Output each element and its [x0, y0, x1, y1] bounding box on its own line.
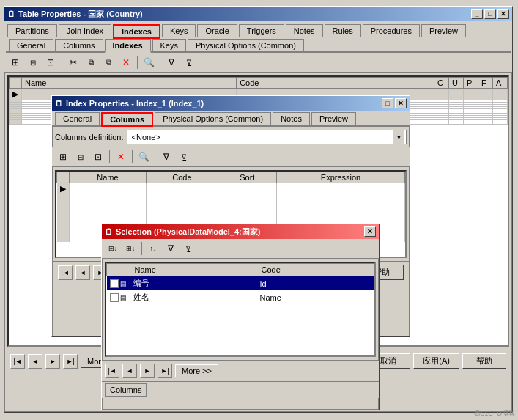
table-row[interactable]	[57, 207, 405, 218]
maximize-button[interactable]: □	[484, 9, 496, 19]
index-tab-notes[interactable]: Notes	[273, 112, 310, 125]
toolbar-btn-1[interactable]: ⊞	[7, 54, 23, 70]
toolbar-copy[interactable]: ⧉	[83, 54, 99, 70]
idx-row-header	[57, 172, 70, 183]
sel-columns-tab[interactable]: Columns	[105, 383, 147, 397]
nav-last[interactable]: ►|	[63, 354, 78, 369]
toolbar-search[interactable]: 🔍	[141, 54, 157, 70]
sel-code-2: Name	[256, 290, 374, 304]
tab-rules[interactable]: Rules	[325, 24, 361, 37]
toolbar-cut[interactable]: ✂	[65, 54, 81, 70]
index-tab-columns[interactable]: Columns	[101, 112, 153, 127]
row-checkbox-2[interactable]: ▤	[110, 293, 127, 302]
index-title-buttons: □ ✕	[382, 98, 407, 108]
tab-keys2[interactable]: Keys	[152, 39, 186, 51]
col-c: C	[434, 78, 449, 89]
close-button[interactable]: ✕	[497, 9, 509, 19]
table-row[interactable]	[57, 195, 405, 207]
list-item[interactable]: ▤ 姓名 Name	[107, 290, 374, 304]
row-header	[10, 78, 22, 89]
nav-prev[interactable]: ◄	[28, 354, 42, 369]
sel-nav-prev[interactable]: ◄	[122, 364, 137, 378]
tab-physical-options[interactable]: Physical Options (Common)	[188, 39, 304, 51]
toolbar-btn-2[interactable]: ⊟	[25, 54, 41, 70]
tab-triggers[interactable]: Triggers	[239, 24, 284, 37]
idx-btn-2[interactable]: ⊟	[73, 149, 89, 165]
sel-nav-next[interactable]: ►	[140, 364, 155, 378]
help-button[interactable]: 帮助	[462, 353, 506, 369]
sel-sort-btn[interactable]: ↑↓	[145, 240, 161, 257]
table-row[interactable]: ▶	[57, 183, 405, 195]
toolbar-btn-3[interactable]: ⊡	[42, 54, 59, 70]
separator-2	[137, 56, 138, 69]
idx-nav-prev[interactable]: ◄	[75, 265, 90, 280]
index-toolbar: ⊞ ⊟ ⊡ ✕ 🔍 ∇ ∇̲	[52, 147, 410, 167]
nav-first[interactable]: |◄	[10, 354, 25, 369]
apply-button[interactable]: 应用(A)	[413, 353, 459, 369]
selection-title-buttons: ✕	[364, 226, 376, 237]
main-toolbar: ⊞ ⊟ ⊡ ✂ ⧉ ⧉ ✕ 🔍 ∇ ∇̲	[4, 53, 512, 73]
sel-more-button[interactable]: More >>	[175, 364, 218, 377]
idx-delete[interactable]: ✕	[113, 149, 129, 165]
tab-oracle[interactable]: Oracle	[197, 24, 237, 37]
sel-btn-2[interactable]: ⊞↓	[122, 240, 138, 257]
separator-3	[160, 56, 160, 69]
tab-preview[interactable]: Preview	[421, 24, 466, 37]
checkbox-icon[interactable]: ✓	[110, 279, 119, 288]
tab-keys[interactable]: Keys	[162, 24, 196, 37]
index-maximize-button[interactable]: □	[382, 98, 393, 108]
combo-arrow[interactable]: ▼	[393, 130, 404, 144]
sel-filter2[interactable]: ∇̲	[180, 240, 196, 257]
tab-join-index[interactable]: Join Index	[59, 24, 111, 37]
columns-definition-label: Columns definition:	[55, 133, 124, 141]
columns-definition-combo[interactable]: <None> ▼	[127, 130, 407, 144]
tab-indexes-active[interactable]: Indexes	[105, 39, 151, 53]
tab-partitions[interactable]: Partitions	[7, 24, 57, 37]
selection-title: Selection (PhysicalDataModel_4:国家)	[116, 226, 260, 237]
list-item[interactable]: ✓ ▤ 编号 Id	[107, 276, 374, 291]
tab-columns[interactable]: Columns	[55, 39, 103, 51]
selection-grid: Name Code ✓ ▤ 编号 Id	[105, 262, 376, 357]
sel-nav-first[interactable]: |◄	[105, 364, 119, 378]
idx-nav-first[interactable]: |◄	[58, 265, 73, 280]
idx-search[interactable]: 🔍	[136, 149, 152, 165]
tab-general[interactable]: General	[9, 39, 53, 51]
sel-btn-1[interactable]: ⊞↓	[105, 240, 121, 257]
idx-filter[interactable]: ∇	[158, 149, 174, 165]
index-tab-preview[interactable]: Preview	[311, 112, 356, 125]
selection-close-button[interactable]: ✕	[364, 226, 376, 237]
index-tab-bar: General Columns Physical Options (Common…	[52, 111, 410, 127]
nav-next[interactable]: ►	[45, 354, 60, 369]
toolbar-filter2[interactable]: ∇̲	[181, 54, 197, 70]
sel-nav-last[interactable]: ►|	[158, 364, 172, 378]
sel-filter[interactable]: ∇	[163, 240, 179, 257]
index-window-icon: 🗒	[55, 99, 63, 108]
index-tab-physical[interactable]: Physical Options (Common)	[155, 112, 271, 125]
selection-icon: 🗒	[105, 227, 113, 236]
minimize-button[interactable]: _	[471, 9, 483, 19]
tab-notes[interactable]: Notes	[286, 24, 323, 37]
tab-procedures[interactable]: Procedures	[363, 24, 420, 37]
main-nav-bar: |◄ ◄ ► ►| More	[10, 354, 112, 369]
selection-table: Name Code ✓ ▤ 编号 Id	[106, 263, 374, 316]
list-item[interactable]	[107, 313, 374, 316]
sel-col-code: Code	[256, 264, 374, 276]
selection-toolbar: ⊞↓ ⊞↓ ↑↓ ∇ ∇̲	[102, 239, 379, 259]
row-checkbox-1[interactable]: ✓ ▤	[110, 279, 127, 288]
index-close-button[interactable]: ✕	[395, 98, 407, 108]
main-title-bar: 🗒 Table Properties - 国家 (Country) _ □ ✕	[4, 7, 512, 21]
toolbar-paste[interactable]: ⧉	[100, 54, 116, 70]
idx-col-name: Name	[69, 172, 147, 183]
toolbar-delete[interactable]: ✕	[118, 54, 134, 70]
checkbox-icon-2[interactable]	[110, 293, 119, 302]
idx-filter2[interactable]: ∇̲	[176, 149, 192, 165]
tab-indexes[interactable]: Indexes	[113, 24, 160, 39]
idx-btn-3[interactable]: ⊡	[90, 149, 106, 165]
separator-1	[62, 56, 62, 69]
selection-window: 🗒 Selection (PhysicalDataModel_4:国家) ✕ ⊞…	[101, 224, 380, 410]
index-tab-general[interactable]: General	[55, 112, 100, 125]
toolbar-filter[interactable]: ∇	[163, 54, 180, 70]
idx-btn-1[interactable]: ⊞	[55, 149, 71, 165]
sel-col-name: Name	[130, 264, 256, 276]
sel-bottom-left: |◄ ◄ ► ►| More >>	[105, 364, 218, 378]
